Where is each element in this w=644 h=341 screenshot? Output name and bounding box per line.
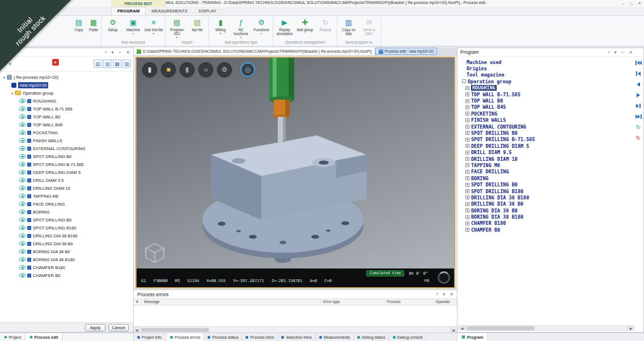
visibility-eye-icon[interactable] (19, 178, 26, 182)
tree-item-operation[interactable]: SPOT DRILLING B0 (2, 216, 133, 224)
program-item-operation[interactable]: +FACE DRILLING (461, 169, 631, 175)
tree-item-selected[interactable]: new mp10+20 (2, 81, 133, 89)
chevron-down-icon[interactable]: ▾ (615, 50, 617, 55)
scroll-right-icon[interactable]: ▶ (451, 327, 457, 333)
scrollbar-thumb[interactable] (467, 326, 535, 330)
tool-holder-button[interactable]: ▮ (180, 62, 194, 77)
chevron-down-icon[interactable]: ▾ (112, 50, 114, 55)
expand-box-icon[interactable]: + (465, 105, 469, 109)
expand-box-icon[interactable]: + (465, 176, 469, 180)
tree-item-operation[interactable]: SPOT DRILLING B0 (2, 152, 133, 160)
program-item-operation[interactable]: +BORING DIA 38 B180 (461, 214, 631, 220)
maximize-icon[interactable]: □ (630, 2, 632, 6)
expand-box-icon[interactable]: + (465, 202, 469, 206)
chevron-down-icon[interactable]: ▾ (443, 292, 445, 297)
visibility-eye-icon[interactable] (19, 154, 26, 159)
scroll-left-icon[interactable]: ◀ (134, 327, 140, 333)
visibility-eye-icon[interactable] (19, 170, 26, 174)
go-start-icon[interactable] (635, 60, 642, 66)
help-icon[interactable]: ? (607, 50, 609, 55)
visibility-eye-icon[interactable] (19, 218, 26, 222)
pin-icon[interactable]: ─ (118, 50, 122, 55)
settings-button[interactable]: ⚙ (217, 62, 232, 77)
cancel-button[interactable]: Cancel (108, 324, 129, 331)
replay-simulation-button[interactable]: ▶Replay simulation (274, 16, 295, 36)
horizontal-scrollbar[interactable]: ◀ ▶ (459, 325, 634, 331)
copy-on-disk-button[interactable]: ▥Copy on disk (338, 16, 359, 36)
play-back-icon[interactable] (635, 82, 642, 87)
status-tab-measurements[interactable]: Measurements (316, 333, 354, 341)
status-tab-process-status[interactable]: Process status (204, 333, 242, 341)
expand-box-icon[interactable]: + (465, 131, 469, 135)
program-item-operation[interactable]: +BORING DIA 38 B0 (461, 207, 631, 214)
tree-item-operation[interactable]: TOP WALL B-71.565 (2, 105, 133, 113)
column-header-error-type[interactable]: Error type (321, 299, 384, 305)
close-icon[interactable]: ✕ (450, 292, 454, 297)
program-item-origins[interactable]: Origins (461, 65, 631, 71)
play-icon[interactable] (635, 92, 642, 98)
visibility-eye-icon[interactable] (19, 146, 26, 151)
step-forward-icon[interactable] (635, 103, 642, 109)
tree-item-operation[interactable]: SPOT DRILLING B180 (2, 224, 133, 232)
close-icon[interactable]: ✕ (638, 1, 641, 6)
status-tab-process-errors[interactable]: Process errors (167, 333, 205, 341)
dropdown-arrow-icon[interactable]: ▾ (240, 36, 242, 39)
tree-item-operation[interactable]: TOP WALL B45 (2, 121, 133, 129)
dropdown-arrow-icon[interactable]: ▾ (220, 32, 222, 35)
program-item-operation[interactable]: +TOP WALL B0 (461, 97, 631, 104)
go-end-icon[interactable] (635, 114, 642, 120)
functions-button[interactable]: ⚙Functions▾ (251, 16, 272, 35)
tab-process-edit[interactable]: ◆Process edit (26, 333, 62, 341)
program-item-operation[interactable]: +TAPPING M6 (461, 162, 631, 168)
column-header-[interactable]: # (134, 299, 142, 305)
dropdown-arrow-icon[interactable]: ▾ (153, 32, 155, 35)
visibility-eye-icon[interactable] (19, 138, 26, 143)
tool-display-button[interactable]: ▮ (142, 62, 157, 77)
expand-box-icon[interactable]: + (465, 86, 469, 90)
visibility-eye-icon[interactable] (19, 99, 26, 103)
program-item-operation[interactable]: +DRILLING DIA 38 B0 (461, 201, 631, 207)
status-tab-debug-status[interactable]: Debug status (354, 333, 389, 341)
ribbon-tab-measurements[interactable]: MEASUREMENTS (146, 7, 193, 15)
ribbon-tab-display[interactable]: DISPLAY (193, 7, 222, 15)
scrollbar-thumb[interactable] (141, 328, 209, 332)
status-tab-selection-infos[interactable]: Selection infos (278, 333, 316, 341)
visibility-eye-icon[interactable] (19, 233, 26, 238)
view-detail-icon[interactable]: ▥ (103, 59, 112, 68)
visibility-eye-icon[interactable] (19, 249, 26, 254)
visibility-eye-icon[interactable] (19, 194, 26, 198)
program-item-operation[interactable]: +BORING (461, 175, 631, 181)
visibility-eye-icon[interactable] (19, 241, 26, 246)
expand-box-icon[interactable]: + (465, 221, 469, 225)
visibility-eye-icon[interactable] (19, 122, 26, 127)
tree-item-operation[interactable]: TAPPING M6 (2, 192, 133, 200)
sync-icon[interactable]: ↻ (2, 61, 7, 67)
program-item-operation[interactable]: +DEEP DRILLING DIAM 5 (461, 143, 631, 149)
setup-button[interactable]: ⚙Setup (103, 16, 123, 32)
expand-box-icon[interactable]: + (465, 195, 469, 199)
program-item-operation[interactable]: +DRILLING DIAM 10 (461, 156, 631, 162)
program-item-operation[interactable]: +TOP WALL B45 (461, 104, 631, 110)
tree-item-operation[interactable]: BORING (2, 208, 133, 216)
use-tool-list-button[interactable]: ≡Use tool list▾ (143, 16, 164, 35)
program-iso-button[interactable]: ▤Program ISO▾ (167, 16, 187, 39)
viewport-3d[interactable]: ▮■▮○⚙◎ Cumulated time 0h 0' 0" G1F30000M… (135, 57, 455, 288)
reset-icon[interactable]: ↻ (635, 135, 642, 141)
program-item-operation[interactable]: +CHAMFER B180 (461, 220, 631, 227)
tab-program[interactable]: ▤ Program (457, 333, 488, 341)
tree-item-operation[interactable]: CHAMFER B180 (2, 263, 133, 271)
expand-box-icon[interactable]: + (465, 99, 469, 103)
tree-item-operation-group[interactable]: ▾ Operation group (2, 89, 133, 97)
tree-item-operation[interactable]: CHAMFER B0 (2, 271, 133, 279)
program-item-operation[interactable]: ►+ROUGHING (461, 85, 631, 91)
add-group-button[interactable]: ✚Add group (295, 16, 315, 32)
repeat-button[interactable]: ↻Repeat (315, 16, 336, 32)
tab-process-edit[interactable]: Process edit : new mp10+20 (375, 48, 437, 55)
filter-icon[interactable]: ▾ (9, 61, 12, 67)
view-grid-icon[interactable]: ▧ (122, 59, 131, 68)
tree-item-operation[interactable]: EXTERNAL CONTOURING (2, 144, 133, 152)
send-to-dnc-button[interactable]: ✉Send to DNC (359, 16, 379, 36)
collapse-box-icon[interactable]: - (462, 79, 466, 83)
column-header-process[interactable]: Process (384, 299, 433, 305)
expand-box-icon[interactable]: + (465, 189, 469, 193)
